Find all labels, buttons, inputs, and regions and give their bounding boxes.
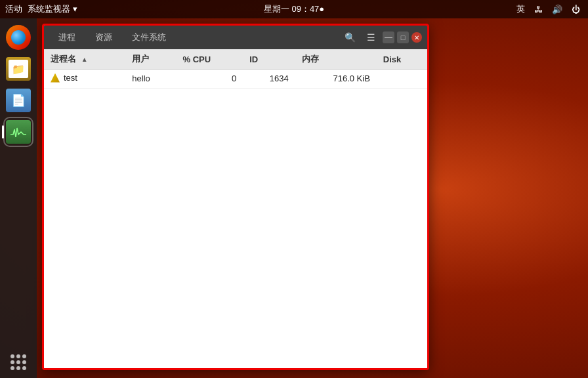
dot-4	[10, 360, 14, 364]
activities-label[interactable]: 活动	[5, 3, 22, 15]
sound-icon[interactable]: 🔊	[549, 5, 565, 14]
launcher-icon-writer[interactable]: 📄	[5, 87, 32, 114]
process-id: 1634	[243, 70, 295, 89]
topbar: 活动 系统监视器 ▾ 星期一 09：47● 英 🖧 🔊 ⏻	[0, 0, 588, 18]
process-disk	[377, 70, 427, 89]
process-name-cell: test	[44, 70, 125, 89]
dot-1	[10, 354, 14, 358]
menu-button[interactable]: ☰	[362, 29, 380, 46]
process-table: 进程名 ▲ 用户 % CPU ID 内存	[44, 49, 427, 89]
process-memory: 716.0 KiB	[295, 70, 377, 89]
search-button[interactable]: 🔍	[341, 29, 359, 46]
col-header-id[interactable]: ID	[243, 49, 295, 70]
tab-filesystem[interactable]: 文件系统	[123, 28, 175, 47]
power-icon[interactable]: ⏻	[569, 5, 583, 14]
dot-2	[16, 354, 20, 358]
dot-7	[10, 366, 14, 370]
launcher-icon-files[interactable]: 📁	[5, 55, 32, 83]
dot-3	[22, 354, 26, 358]
launcher-icon-firefox[interactable]	[5, 24, 32, 51]
process-user: hello	[125, 70, 176, 89]
process-name: test	[64, 73, 77, 83]
menu-icon: ☰	[367, 32, 375, 43]
dot-6	[22, 360, 26, 364]
col-header-disk[interactable]: Disk	[377, 49, 427, 70]
dot-9	[22, 366, 26, 370]
col-header-memory[interactable]: 内存	[295, 49, 377, 70]
toolbar-tabs: 进程 资源 文件系统	[49, 28, 175, 47]
process-icon	[51, 74, 60, 83]
close-button[interactable]: ✕	[411, 32, 422, 43]
sort-arrow-icon: ▲	[81, 56, 88, 63]
topbar-datetime: 星期一 09：47●	[264, 3, 324, 15]
app-name-label: 系统监视器 ▾	[28, 3, 77, 15]
search-icon: 🔍	[345, 32, 356, 43]
tab-process[interactable]: 进程	[49, 28, 85, 47]
app-window: 进程 资源 文件系统 🔍 ☰ — □ ✕	[42, 24, 429, 370]
dot-5	[16, 360, 20, 364]
topbar-left: 活动 系统监视器 ▾	[5, 3, 77, 15]
dot-8	[16, 366, 20, 370]
process-cpu: 0	[176, 70, 243, 89]
table-header-row: 进程名 ▲ 用户 % CPU ID 内存	[44, 49, 427, 70]
launcher: 📁 📄	[0, 18, 37, 378]
col-header-cpu[interactable]: % CPU	[176, 49, 243, 70]
window-toolbar: 进程 资源 文件系统 🔍 ☰ — □ ✕	[44, 26, 427, 49]
launcher-icon-sysmon[interactable]	[5, 118, 32, 146]
launcher-apps-grid[interactable]	[10, 354, 26, 370]
desktop: 活动 系统监视器 ▾ 星期一 09：47● 英 🖧 🔊 ⏻	[0, 0, 588, 378]
col-header-name[interactable]: 进程名 ▲	[44, 49, 125, 70]
toolbar-icons: 🔍 ☰ — □ ✕	[341, 29, 422, 46]
process-table-container: 进程名 ▲ 用户 % CPU ID 内存	[44, 49, 427, 368]
table-row[interactable]: test hello01634716.0 KiB	[44, 70, 427, 89]
minimize-button[interactable]: —	[383, 32, 394, 43]
col-header-user[interactable]: 用户	[125, 49, 176, 70]
topbar-right: 英 🖧 🔊 ⏻	[514, 3, 583, 15]
tab-resources[interactable]: 资源	[86, 28, 121, 47]
network-icon: 🖧	[532, 5, 545, 14]
lang-indicator[interactable]: 英	[514, 3, 528, 15]
maxrestore-button[interactable]: □	[397, 32, 409, 43]
